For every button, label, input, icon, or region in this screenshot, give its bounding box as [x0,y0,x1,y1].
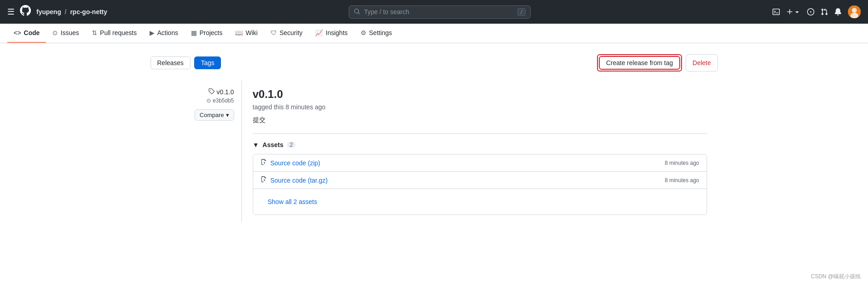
svg-point-1 [852,8,857,13]
subnav-actions-label: Actions [157,29,178,36]
release-description: 提交 [253,116,707,124]
release-main: v0.1.0 tagged this 8 minutes ago 提交 ▼ As… [241,81,718,222]
assets-triangle-icon: ▼ [253,141,259,148]
assets-count: 2 [287,142,296,148]
asset-tar-link[interactable]: Source code (tar.gz) [261,176,328,184]
subnav-settings-label: Settings [369,29,392,36]
subnav-settings[interactable]: ⚙ Settings [354,24,399,43]
releases-tab[interactable]: Releases [151,56,191,69]
zip-file-icon [261,159,267,167]
asset-zip-time: 8 minutes ago [665,160,699,166]
insights-subnav-icon: 📈 [315,29,323,36]
top-navigation: ☰ fyupeng / rpc-go-netty Type / to searc… [0,0,868,24]
tag-name: v0.1.0 [208,88,234,96]
subnav-projects-label: Projects [200,29,223,36]
asset-tar-label: Source code (tar.gz) [271,177,328,184]
tags-tab[interactable]: Tags [194,56,221,69]
show-all-item: Show all 2 assets [253,189,707,214]
bell-icon[interactable] [834,8,842,15]
create-release-highlight: Create release from tag [597,54,682,72]
tag-icon [208,88,215,96]
subnav-code[interactable]: <> Code [7,24,46,43]
release-sidebar: v0.1.0 ⊙ e3b5db5 Compare ▾ [151,81,241,222]
github-logo[interactable] [20,5,31,19]
asset-zip-link[interactable]: Source code (zip) [261,159,321,167]
subnav-projects[interactable]: ▦ Projects [185,24,229,43]
search-placeholder: Type / to search [364,8,513,15]
search-area: Type / to search / [113,5,767,19]
tag-info: v0.1.0 ⊙ e3b5db5 [151,88,234,104]
hamburger-menu-icon[interactable]: ☰ [7,7,15,17]
asset-tar-time: 8 minutes ago [665,177,699,184]
compare-area: Compare ▾ [151,109,234,121]
terminal-icon[interactable] [773,8,780,15]
commit-icon: ⊙ [206,97,211,104]
subnav-security[interactable]: 🛡 Security [264,24,309,43]
subnav-wiki-label: Wiki [246,29,257,36]
assets-list: Source code (zip) 8 minutes ago Source c… [253,154,707,215]
subnav-issues-label: Issues [60,29,79,36]
commit-link[interactable]: e3b5db5 [213,97,234,104]
release-title: v0.1.0 [253,88,707,101]
pull-requests-icon[interactable] [821,8,828,15]
subnav-issues[interactable]: ⊙ Issues [46,24,85,43]
compare-chevron-icon: ▾ [226,112,229,118]
tag-version: v0.1.0 [216,88,234,96]
repo-name-link[interactable]: rpc-go-netty [70,8,107,15]
search-bar[interactable]: Type / to search / [349,5,531,19]
search-icon [354,8,360,16]
asset-item-zip: Source code (zip) 8 minutes ago [253,154,707,172]
release-meta: tagged this 8 minutes ago [253,103,707,111]
subnav-security-label: Security [280,29,303,36]
nav-right [773,5,861,18]
subnav-pr-label: Pull requests [100,29,137,36]
issues-subnav-icon: ⊙ [52,29,58,36]
assets-header: ▼ Assets 2 [253,141,707,148]
security-subnav-icon: 🛡 [271,29,277,36]
subnav-insights[interactable]: 📈 Insights [309,24,354,43]
subnav-code-label: Code [24,29,40,36]
main-content: Releases Tags Create release from tag De… [143,43,725,233]
settings-subnav-icon: ⚙ [361,29,366,36]
assets-divider [253,133,707,134]
projects-subnav-icon: ▦ [191,29,197,36]
tabs-row: Releases Tags Create release from tag De… [151,54,718,72]
assets-title: Assets [262,141,283,148]
asset-zip-label: Source code (zip) [271,159,321,167]
search-kbd-hint: / [517,8,526,16]
nav-left: ☰ fyupeng / rpc-go-netty [7,5,107,19]
path-separator: / [65,8,66,15]
release-container: v0.1.0 ⊙ e3b5db5 Compare ▾ v0.1.0 tagged… [151,81,718,222]
subnav-pull-requests[interactable]: ⇅ Pull requests [85,24,143,43]
pr-subnav-icon: ⇅ [92,29,97,36]
show-all-assets-link[interactable]: Show all 2 assets [261,194,325,210]
repo-path: fyupeng / rpc-go-netty [36,8,107,15]
code-icon: <> [14,29,21,36]
repo-owner-link[interactable]: fyupeng [36,8,61,15]
tar-file-icon [261,176,267,184]
subnav-wiki[interactable]: 📖 Wiki [229,24,264,43]
actions-subnav-icon: ▶ [150,29,155,36]
commit-hash: ⊙ e3b5db5 [206,97,234,104]
delete-button[interactable]: Delete [686,54,717,72]
asset-item-tar: Source code (tar.gz) 8 minutes ago [253,172,707,189]
subnav-insights-label: Insights [326,29,347,36]
plus-dropdown-icon[interactable] [786,8,801,15]
tabs-left: Releases Tags [151,56,221,69]
subnav-actions[interactable]: ▶ Actions [143,24,185,43]
issues-icon[interactable] [807,8,814,15]
create-release-button[interactable]: Create release from tag [599,56,680,70]
compare-label: Compare [200,112,224,118]
user-avatar[interactable] [848,5,861,18]
tabs-right: Create release from tag Delete [597,54,718,72]
repo-subnav: <> Code ⊙ Issues ⇅ Pull requests ▶ Actio… [0,24,868,43]
wiki-subnav-icon: 📖 [235,29,243,36]
compare-button[interactable]: Compare ▾ [195,109,234,121]
